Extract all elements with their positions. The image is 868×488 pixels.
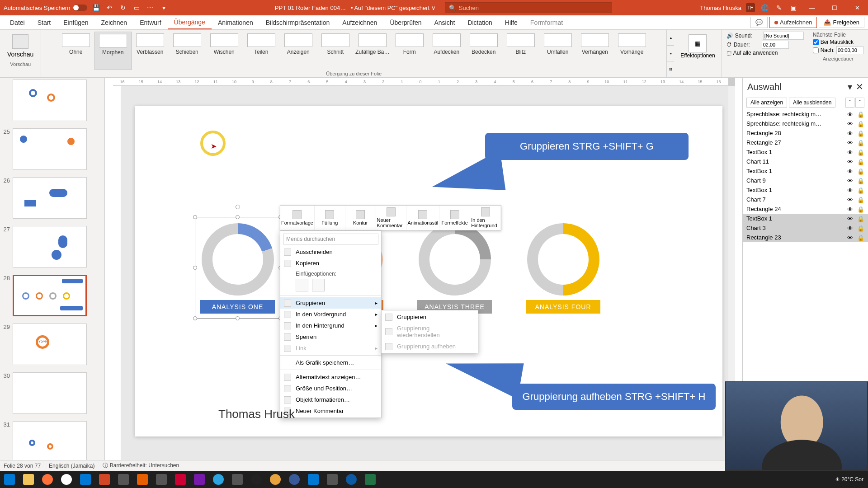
menu-search[interactable]: Menüs durchsuchen (283, 234, 378, 244)
tb-powerpoint[interactable] (95, 471, 114, 488)
minimize-button[interactable]: — (803, 0, 821, 15)
selection-item[interactable]: Sprechblase: rechteckig m…👁🔒 (743, 109, 868, 119)
tab-bildschirm[interactable]: Bildschirmpräsentation (259, 16, 336, 29)
cm-copy[interactable]: Kopieren (280, 258, 381, 269)
present-icon[interactable]: ▭ (132, 3, 142, 13)
tb-telegram[interactable] (209, 471, 228, 488)
thumb-25[interactable] (13, 128, 87, 170)
tab-hilfe[interactable]: Hilfe (499, 16, 524, 29)
lock-icon[interactable]: 🔒 (857, 216, 864, 222)
tb-excel[interactable] (361, 471, 380, 488)
transition-form[interactable]: Form (391, 32, 428, 70)
visibility-icon[interactable]: 👁 (847, 130, 854, 136)
move-down-icon[interactable]: ˅ (855, 98, 864, 108)
share-button[interactable]: 📤 Freigeben (819, 17, 864, 28)
lock-icon[interactable]: 🔒 (857, 225, 864, 231)
tab-zeichnen[interactable]: Zeichnen (95, 16, 134, 29)
selection-item[interactable]: Sprechblase: rechteckig m…👁🔒 (743, 119, 868, 128)
cm-format-object[interactable]: Objekt formatieren… (280, 394, 381, 405)
mt-formatvorlage[interactable]: Formatvorlage (280, 206, 315, 230)
tab-einfuegen[interactable]: Einfügen (57, 16, 94, 29)
visibility-icon[interactable]: 👁 (847, 140, 854, 146)
selection-item[interactable]: Chart 11👁🔒 (743, 157, 868, 166)
tb-obs[interactable] (247, 471, 266, 488)
tab-uebergaenge[interactable]: Übergänge (168, 16, 212, 29)
selection-item[interactable]: Rectangle 27👁🔒 (743, 138, 868, 147)
visibility-icon[interactable]: 👁 (847, 168, 854, 174)
duration-input[interactable] (762, 41, 789, 49)
lock-icon[interactable]: 🔒 (857, 149, 864, 155)
visibility-icon[interactable]: 👁 (847, 159, 854, 165)
tb-app2[interactable] (152, 471, 171, 488)
tb-outlook[interactable] (76, 471, 95, 488)
thumb-31[interactable] (13, 421, 87, 463)
cm-new-comment[interactable]: Neuer Kommentar (280, 405, 381, 417)
tb-explorer[interactable] (19, 471, 38, 488)
lock-icon[interactable]: 🔒 (857, 121, 864, 127)
visibility-icon[interactable]: 👁 (847, 206, 854, 212)
tab-aufzeichnen[interactable]: Aufzeichnen (336, 16, 383, 29)
comments-button[interactable]: 💬 (750, 17, 768, 28)
tab-dictation[interactable]: Dictation (461, 16, 498, 29)
transition-aufdecken[interactable]: Aufdecken (428, 32, 465, 70)
cm-save-picture[interactable]: Als Grafik speichern… (280, 357, 381, 368)
tab-animationen[interactable]: Animationen (212, 16, 259, 29)
search-input[interactable]: 🔍 (445, 2, 612, 13)
autosave-toggle[interactable]: Automatisches Speichern (4, 5, 87, 11)
tb-app1[interactable] (114, 471, 133, 488)
mt-fuellung[interactable]: Füllung (315, 206, 345, 230)
transition-umfallen[interactable]: Umfallen (539, 32, 576, 70)
on-click-checkbox[interactable] (813, 39, 819, 45)
effect-options-button[interactable]: ▦ Effektoptionen (677, 32, 719, 61)
transition-morphen[interactable]: Morphen (94, 32, 132, 70)
selection-item[interactable]: TextBox 1👁🔒 (743, 147, 868, 157)
record-button[interactable]: Aufzeichnen (769, 17, 817, 28)
transition-ohne[interactable]: Ohne (57, 32, 94, 70)
transition-teilen[interactable]: Teilen (243, 32, 280, 70)
tab-ueberpruefen[interactable]: Überprüfen (383, 16, 428, 29)
mt-animation[interactable]: Animationsstil (406, 206, 439, 230)
cm-cut[interactable]: Ausschneiden (280, 246, 381, 258)
visibility-icon[interactable]: 👁 (847, 235, 854, 241)
start-button[interactable] (0, 471, 19, 488)
selection-item[interactable]: TextBox 1👁🔒 (743, 185, 868, 195)
apply-all-button[interactable]: ⬚Auf alle anwenden (726, 50, 804, 56)
transition-vorhänge[interactable]: Vorhänge (613, 32, 651, 70)
transition-blitz[interactable]: Blitz (502, 32, 539, 70)
mt-hintergrund[interactable]: In den Hintergrund (470, 206, 501, 230)
tb-app3[interactable] (171, 471, 190, 488)
lock-icon[interactable]: 🔒 (857, 111, 864, 117)
sm-group[interactable]: Gruppieren (382, 311, 478, 323)
save-icon[interactable]: 💾 (91, 3, 101, 13)
tb-app4[interactable] (228, 471, 247, 488)
preview-button[interactable]: Vorschau (3, 32, 38, 61)
gallery-more[interactable]: ▴▾⊟ (667, 30, 674, 77)
tb-chrome[interactable] (57, 471, 76, 488)
after-checkbox[interactable] (813, 47, 819, 53)
cm-lock[interactable]: Sperren (280, 331, 381, 343)
thumb-26[interactable] (13, 177, 87, 219)
pen-icon[interactable]: ✎ (774, 3, 784, 13)
selection-item[interactable]: Rectangle 24👁🔒 (743, 204, 868, 214)
visibility-icon[interactable]: 👁 (847, 216, 854, 222)
transition-bedecken[interactable]: Bedecken (465, 32, 502, 70)
thumb-30[interactable] (13, 372, 87, 414)
visibility-icon[interactable]: 👁 (847, 178, 854, 184)
thumb-28[interactable] (13, 275, 87, 316)
selection-item[interactable]: Rectangle 28👁🔒 (743, 128, 868, 138)
selection-item[interactable]: TextBox 1👁🔒 (743, 214, 868, 223)
show-all-button[interactable]: Alle anzeigen (746, 98, 787, 108)
tab-formformat[interactable]: Formformat (524, 16, 569, 29)
sound-select[interactable] (763, 32, 804, 40)
lock-icon[interactable]: 🔒 (857, 130, 864, 136)
transition-zufällige ba…[interactable]: Zufällige Ba… (354, 32, 391, 70)
transition-schieben[interactable]: Schieben (169, 32, 206, 70)
pane-dropdown-icon[interactable]: ▾ (848, 81, 852, 92)
slide-counter[interactable]: Folie 28 von 77 (4, 463, 41, 469)
move-up-icon[interactable]: ˄ (845, 98, 854, 108)
lock-icon[interactable]: 🔒 (857, 187, 864, 193)
transition-wischen[interactable]: Wischen (206, 32, 243, 70)
tab-datei[interactable]: Datei (4, 16, 31, 29)
tab-start[interactable]: Start (31, 16, 57, 29)
slide-thumbnails[interactable]: 25 26 27 28 29 75% 30 31 (0, 78, 105, 471)
